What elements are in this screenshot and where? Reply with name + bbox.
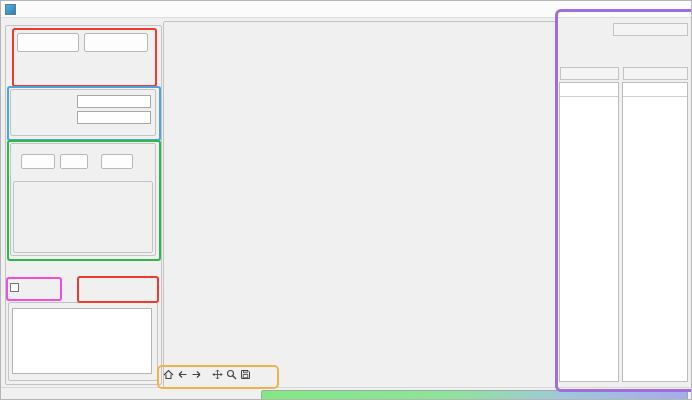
export-labels-button[interactable] <box>81 280 151 295</box>
pre-count-field <box>560 67 619 80</box>
save-icon[interactable] <box>240 369 251 380</box>
plot-toolbar <box>160 367 254 382</box>
import-settings-button[interactable] <box>17 33 79 52</box>
home-icon[interactable] <box>163 369 174 380</box>
forward-arrow-icon[interactable] <box>191 369 202 380</box>
app-icon <box>5 4 16 15</box>
corrected-header <box>623 83 687 97</box>
chart-top[interactable] <box>166 26 466 176</box>
zoom-icon[interactable] <box>226 369 237 380</box>
statusbar <box>1 387 692 400</box>
original-peaks-table[interactable] <box>559 82 619 382</box>
pan-icon[interactable] <box>212 369 223 380</box>
pause-button[interactable] <box>60 154 88 169</box>
back-arrow-icon[interactable] <box>177 369 188 380</box>
reference-line-checkbox-icon[interactable] <box>10 283 19 292</box>
chart-bottom[interactable] <box>166 192 466 342</box>
step-forward-button[interactable] <box>101 154 133 169</box>
original-header <box>560 83 618 97</box>
post-count-field <box>623 67 688 80</box>
min-interval-spinbox[interactable] <box>77 95 151 108</box>
min-height-spinbox[interactable] <box>77 111 151 124</box>
settings-group <box>13 181 153 253</box>
progress-bar <box>261 390 688 400</box>
data-length-field <box>613 23 688 36</box>
step-back-button[interactable] <box>21 154 55 169</box>
corrected-peaks-table[interactable] <box>622 82 688 382</box>
log-box[interactable] <box>12 308 152 374</box>
start-import-button[interactable] <box>84 33 148 52</box>
app-window <box>0 0 692 400</box>
